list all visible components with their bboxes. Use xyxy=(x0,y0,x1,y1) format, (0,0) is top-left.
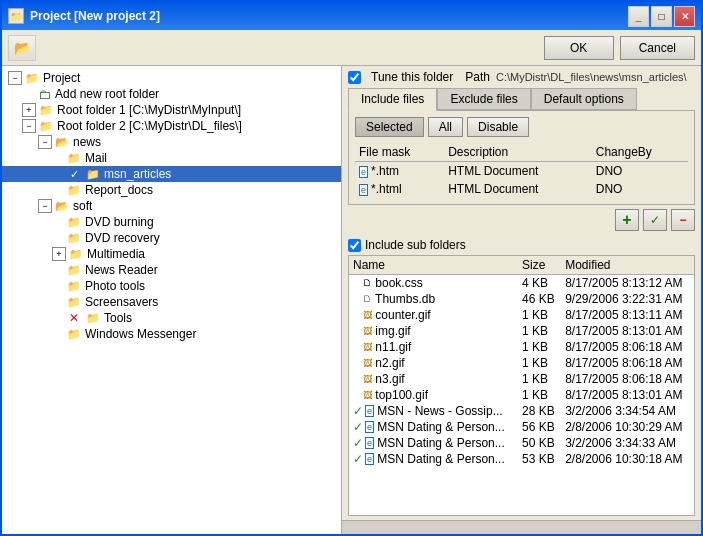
tree-item-news[interactable]: − 📂 news xyxy=(2,134,341,150)
filter-all-button[interactable]: All xyxy=(428,117,463,137)
tree-item-dvd-recovery[interactable]: 📁 DVD recovery xyxy=(2,230,341,246)
tune-checkbox[interactable] xyxy=(348,71,361,84)
maximize-button[interactable]: □ xyxy=(651,6,672,27)
filter-buttons: Selected All Disable xyxy=(355,117,688,137)
tab-exclude-files[interactable]: Exclude files xyxy=(437,88,530,110)
tree-label: Project xyxy=(43,71,80,85)
list-item[interactable]: 🗋 book.css 4 KB 8/17/2005 8:13:12 AM xyxy=(349,275,694,292)
tree-label: Screensavers xyxy=(85,295,158,309)
add-icon: + xyxy=(622,211,631,229)
list-item[interactable]: 🗋 Thumbs.db 46 KB 9/29/2006 3:22:31 AM xyxy=(349,291,694,307)
window-controls: _ □ ✕ xyxy=(628,6,695,27)
list-item[interactable]: ✓e MSN Dating & Person... 56 KB 2/8/2006… xyxy=(349,419,694,435)
filter-selected-button[interactable]: Selected xyxy=(355,117,424,137)
tree-item-multimedia[interactable]: + 📁 Multimedia xyxy=(2,246,341,262)
expand-soft[interactable]: − xyxy=(38,199,52,213)
minimize-button[interactable]: _ xyxy=(628,6,649,27)
folder-icon: 📁 xyxy=(66,231,82,245)
check-mark: ✓ xyxy=(353,436,363,450)
tree-item-report-docs[interactable]: 📁 Report_docs xyxy=(2,182,341,198)
size-cell: 4 KB xyxy=(518,275,561,292)
modified-cell: 8/17/2005 8:06:18 AM xyxy=(561,355,694,371)
tree-item-screensavers[interactable]: 📁 Screensavers xyxy=(2,294,341,310)
folder-icon: 📁 xyxy=(24,71,40,85)
table-row[interactable]: e*.htm HTML Document DNO xyxy=(355,162,688,181)
size-cell: 1 KB xyxy=(518,307,561,323)
ok-button[interactable]: OK xyxy=(544,36,614,60)
tree-item-root1[interactable]: + 📁 Root folder 1 [C:\MyDistr\MyInput\] xyxy=(2,102,341,118)
htm-icon: e xyxy=(365,437,374,449)
path-label: Path xyxy=(465,70,490,84)
x-icon: ✕ xyxy=(66,311,82,325)
list-item[interactable]: 🖼 counter.gif 1 KB 8/17/2005 8:13:11 AM xyxy=(349,307,694,323)
expand-root1[interactable]: + xyxy=(22,103,36,117)
remove-mask-button[interactable]: − xyxy=(671,209,695,231)
list-item[interactable]: ✓e MSN Dating & Person... 53 KB 2/8/2006… xyxy=(349,451,694,467)
list-item[interactable]: 🖼 n2.gif 1 KB 8/17/2005 8:06:18 AM xyxy=(349,355,694,371)
tree-item-photo-tools[interactable]: 📁 Photo tools xyxy=(2,278,341,294)
horizontal-scrollbar[interactable] xyxy=(342,520,701,534)
toolbar: 📂 OK Cancel xyxy=(2,30,701,66)
check-mark: ✓ xyxy=(353,404,363,418)
folder-icon: 📁 xyxy=(38,103,54,117)
file-list-panel[interactable]: Name Size Modified 🗋 book.css 4 KB 8/17/… xyxy=(348,255,695,516)
mask-cell: e*.html xyxy=(355,180,444,198)
db-icon: 🗋 xyxy=(363,294,372,304)
tree-item-soft[interactable]: − 📂 soft xyxy=(2,198,341,214)
expand-root2[interactable]: − xyxy=(22,119,36,133)
list-item[interactable]: 🖼 img.gif 1 KB 8/17/2005 8:13:01 AM xyxy=(349,323,694,339)
app-icon: 📁 xyxy=(8,8,24,24)
expand-multimedia[interactable]: + xyxy=(52,247,66,261)
path-value: C:\MyDistr\DL_files\news\msn_articles\ xyxy=(496,71,687,83)
tree-label: Root folder 2 [C:\MyDistr\DL_files\] xyxy=(57,119,242,133)
tree-item-project[interactable]: − 📁 Project xyxy=(2,70,341,86)
tree-item-dvd-burning[interactable]: 📁 DVD burning xyxy=(2,214,341,230)
tab-default-options[interactable]: Default options xyxy=(531,88,637,110)
modified-cell: 9/29/2006 3:22:31 AM xyxy=(561,291,694,307)
toolbar-button[interactable]: 📂 xyxy=(8,35,36,61)
tune-label: Tune this folder xyxy=(371,70,453,84)
change-by-cell: DNO xyxy=(592,162,688,181)
size-cell: 50 KB xyxy=(518,435,561,451)
add-icon: 🗀 xyxy=(36,87,52,101)
tree-label: Report_docs xyxy=(85,183,153,197)
tree-item-add-root[interactable]: 🗀 Add new root folder xyxy=(2,86,341,102)
tree-item-windows-messenger[interactable]: 📁 Windows Messenger xyxy=(2,326,341,342)
folder-icon: 📂 xyxy=(54,199,70,213)
list-item[interactable]: 🖼 n3.gif 1 KB 8/17/2005 8:06:18 AM xyxy=(349,371,694,387)
cancel-button[interactable]: Cancel xyxy=(620,36,695,60)
edit-mask-button[interactable]: ✓ xyxy=(643,209,667,231)
modified-cell: 3/2/2006 3:34:54 AM xyxy=(561,403,694,419)
tab-include-files[interactable]: Include files xyxy=(348,88,437,111)
modified-cell: 8/17/2005 8:13:11 AM xyxy=(561,307,694,323)
include-sub-label: Include sub folders xyxy=(365,238,466,252)
tree-item-msn-articles[interactable]: ✓ 📁 msn_articles xyxy=(2,166,341,182)
include-sub-checkbox[interactable] xyxy=(348,239,361,252)
tree-item-tools[interactable]: ✕ 📁 Tools xyxy=(2,310,341,326)
tree-label: DVD burning xyxy=(85,215,154,229)
name-cell: 🖼 n3.gif xyxy=(349,371,518,387)
table-row[interactable]: e*.html HTML Document DNO xyxy=(355,180,688,198)
add-mask-button[interactable]: + xyxy=(615,209,639,231)
titlebar: 📁 Project [New project 2] _ □ ✕ xyxy=(2,2,701,30)
tree-item-news-reader[interactable]: 📁 News Reader xyxy=(2,262,341,278)
name-cell: 🖼 n2.gif xyxy=(349,355,518,371)
col-modified: Modified xyxy=(561,256,694,275)
tree-item-root2[interactable]: − 📁 Root folder 2 [C:\MyDistr\DL_files\] xyxy=(2,118,341,134)
tab-content: Selected All Disable File mask Descripti… xyxy=(348,110,695,205)
tune-row: Tune this folder Path C:\MyDistr\DL_file… xyxy=(342,66,701,88)
name-cell: ✓e MSN Dating & Person... xyxy=(349,451,518,467)
expand-project[interactable]: − xyxy=(8,71,22,85)
list-item[interactable]: 🖼 top100.gif 1 KB 8/17/2005 8:13:01 AM xyxy=(349,387,694,403)
list-item[interactable]: ✓e MSN - News - Gossip... 28 KB 3/2/2006… xyxy=(349,403,694,419)
close-button[interactable]: ✕ xyxy=(674,6,695,27)
tree-item-mail[interactable]: 📁 Mail xyxy=(2,150,341,166)
folder-icon: 📁 xyxy=(66,263,82,277)
file-mask-table: File mask Description ChangeBy e*.htm HT… xyxy=(355,143,688,198)
expand-news[interactable]: − xyxy=(38,135,52,149)
tree-label: News Reader xyxy=(85,263,158,277)
list-item[interactable]: ✓e MSN Dating & Person... 50 KB 3/2/2006… xyxy=(349,435,694,451)
list-item[interactable]: 🖼 n11.gif 1 KB 8/17/2005 8:06:18 AM xyxy=(349,339,694,355)
name-cell: 🖼 img.gif xyxy=(349,323,518,339)
filter-disable-button[interactable]: Disable xyxy=(467,117,529,137)
